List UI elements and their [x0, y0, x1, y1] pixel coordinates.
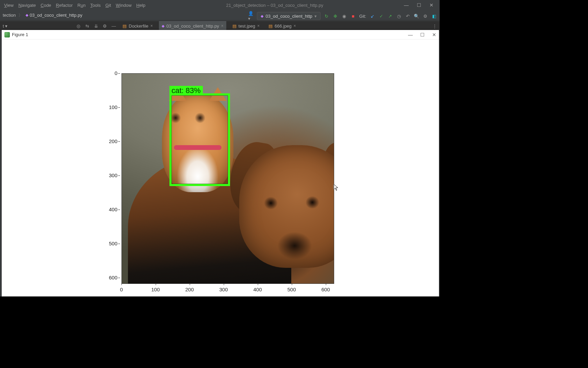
menu-git[interactable]: Git [105, 3, 111, 8]
debug-icon[interactable]: ❉ [333, 13, 338, 19]
ide-window-title: 21_object_detection – 03_od_coco_client_… [145, 3, 404, 8]
panel-dropdown[interactable]: t ▾ [3, 24, 7, 29]
x-tick-label: 400 [253, 287, 262, 292]
editor-tab-python[interactable]: ◆ 03_od_coco_client_http.py × [159, 21, 226, 31]
plot-axes: cat: 83% [121, 73, 334, 284]
close-tab-icon[interactable]: × [221, 24, 224, 28]
detection-image: cat: 83% [121, 73, 334, 284]
collapse-icon[interactable]: ⇊ [93, 23, 99, 29]
x-tick-label: 300 [219, 287, 228, 292]
menu-refactor[interactable]: Refactor [56, 3, 72, 8]
panel-minimize-icon[interactable]: — [111, 23, 116, 29]
editor-tab-testjpeg[interactable]: ▤ test.jpeg × [230, 21, 262, 31]
y-tick-label: 600 [108, 275, 117, 280]
x-tick-label: 100 [151, 287, 160, 292]
history-icon[interactable]: ◷ [396, 13, 402, 19]
image-file-icon: ▤ [232, 24, 236, 29]
x-tick-label: 600 [321, 287, 330, 292]
ide-window-controls: — ☐ ✕ [404, 2, 440, 8]
figure-titlebar[interactable]: Figure 1 — ☐ ✕ [2, 30, 439, 40]
menu-view[interactable]: View [4, 3, 14, 8]
matplotlib-icon [4, 32, 10, 37]
y-tick-label: 300 [108, 172, 117, 178]
figure-canvas[interactable]: cat: 83% 0100200300400500600 01002003004… [2, 40, 439, 296]
git-push-icon[interactable]: ↗ [387, 13, 393, 19]
target-icon[interactable]: ◎ [76, 23, 81, 29]
ide-minimize-icon[interactable]: — [404, 2, 409, 8]
panel-settings-icon[interactable]: ⚙ [102, 23, 108, 29]
coverage-icon[interactable]: ◉ [342, 13, 347, 19]
ide-secondary-toolbar: t ▾ ◎ ⇆ ⇊ ⚙ — ▤ Dockerfile × ◆ 03_od_coc… [0, 21, 440, 31]
editor-tab-666jpeg[interactable]: ▤ 666.jpeg × [266, 21, 299, 31]
matplotlib-figure-window: Figure 1 — ☐ ✕ cat: 83% 0100200300400500… [2, 30, 439, 296]
figure-maximize-icon[interactable]: ☐ [420, 32, 425, 37]
more-icon[interactable]: ⋮ [432, 24, 437, 29]
run-again-icon[interactable]: ↻ [324, 13, 329, 19]
git-update-icon[interactable]: ↙ [370, 13, 375, 19]
close-tab-icon[interactable]: × [294, 24, 296, 28]
menu-navigate[interactable]: Navigate [18, 3, 36, 8]
menu-code[interactable]: Code [40, 3, 51, 8]
x-tick-label: 500 [287, 287, 296, 292]
mouse-cursor-icon [333, 184, 338, 191]
y-tick-label: 100 [108, 104, 117, 110]
x-tick-label: 0 [120, 287, 123, 292]
settings-icon[interactable]: ⚙ [423, 13, 428, 19]
ide-close-icon[interactable]: ✕ [429, 2, 434, 8]
menu-tools[interactable]: Tools [90, 3, 100, 8]
stop-icon[interactable]: ■ [350, 13, 356, 19]
figure-window-controls: — ☐ ✕ [408, 32, 436, 37]
y-tick-label: 400 [108, 206, 117, 212]
dog-head-shape [239, 145, 334, 268]
menu-help[interactable]: Help [136, 3, 146, 8]
docker-file-icon: ▤ [122, 24, 127, 29]
python-run-icon: ◆ [261, 14, 263, 18]
breadcrumb-file[interactable]: ◆ 03_od_coco_client_http.py [26, 13, 82, 18]
git-commit-icon[interactable]: ✓ [378, 13, 384, 19]
python-file-icon: ◆ [162, 24, 164, 28]
ide-maximize-icon[interactable]: ☐ [417, 2, 421, 8]
figure-close-icon[interactable]: ✕ [432, 32, 436, 37]
expand-icon[interactable]: ⇆ [84, 23, 90, 29]
search-icon[interactable]: 🔍 [414, 13, 419, 19]
plugin-icon[interactable]: ◧ [431, 13, 437, 19]
figure-title: Figure 1 [12, 32, 28, 37]
y-tick-label: 200 [108, 138, 117, 144]
editor-tab-dockerfile[interactable]: ▤ Dockerfile × [120, 21, 156, 31]
run-config-dropdown[interactable]: ◆ 03_od_coco_client_http ▾ [257, 12, 320, 20]
close-tab-icon[interactable]: × [150, 24, 153, 28]
python-file-icon: ◆ [26, 13, 28, 17]
figure-minimize-icon[interactable]: — [408, 32, 413, 37]
close-tab-icon[interactable]: × [257, 24, 260, 28]
menu-window[interactable]: Window [116, 3, 131, 8]
ide-titlebar: View Navigate Code Refactor Run Tools Gi… [0, 0, 440, 10]
x-tick-label: 200 [185, 287, 194, 292]
detection-label: cat: 83% [169, 86, 203, 95]
rollback-icon[interactable]: ↶ [405, 13, 410, 19]
breadcrumb-folder[interactable]: tection [3, 13, 16, 18]
y-tick-label: 500 [108, 241, 117, 246]
detection-bbox-cat: cat: 83% [169, 93, 230, 186]
ide-top-toolbar: 👤▾ ◆ 03_od_coco_client_http ▾ ↻ ❉ ◉ ■ Gi… [248, 11, 437, 21]
y-tick-label: 0 [108, 70, 117, 76]
ide-menubar: View Navigate Code Refactor Run Tools Gi… [0, 3, 145, 8]
git-label: Git: [359, 14, 366, 19]
image-file-icon: ▤ [268, 24, 273, 29]
menu-run[interactable]: Run [78, 3, 86, 8]
add-user-icon[interactable]: 👤▾ [248, 13, 254, 19]
